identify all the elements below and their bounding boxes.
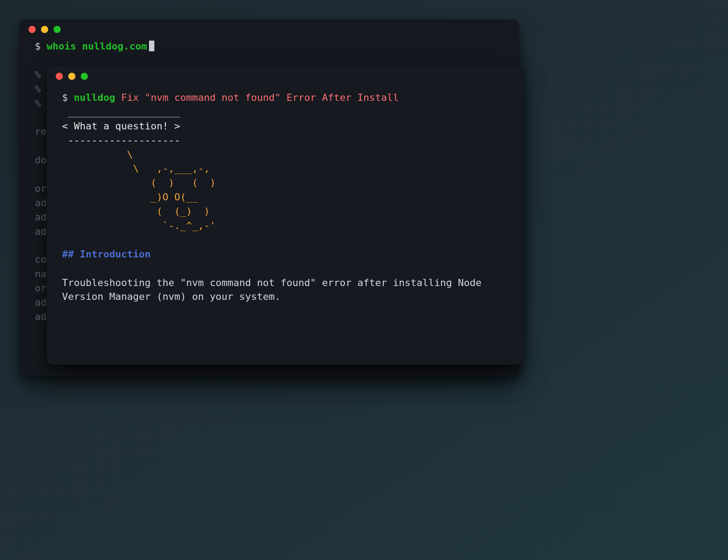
close-icon[interactable] (56, 73, 63, 80)
maximize-icon[interactable] (54, 26, 61, 33)
ascii-dog-icon: _)O O(__ (62, 191, 198, 203)
command-args: Fix "nvm command not found" Error After … (121, 92, 399, 103)
minimize-icon[interactable] (68, 73, 75, 80)
ascii-dog-icon: \ ,-,___,-, (62, 163, 210, 174)
ascii-dog-icon: `-._^_,-' (62, 220, 215, 231)
prompt-symbol: $ (62, 92, 68, 103)
titlebar-front[interactable] (47, 66, 523, 86)
titlebar-back[interactable] (20, 20, 519, 39)
ascii-dog-icon: \ (62, 149, 133, 160)
body-text: Troubleshooting the "nvm command not fou… (62, 277, 488, 303)
prompt-symbol: $ (35, 41, 41, 52)
ascii-dog-icon: ( ) ( ) (62, 177, 215, 188)
section-heading: ## Introduction (62, 249, 151, 260)
terminal-output-front: $ nulldog Fix "nvm command not found" Er… (47, 86, 523, 315)
cursor-icon (149, 41, 154, 51)
speech-text: < What a question! > (62, 120, 180, 132)
command-word: nulldog (74, 92, 116, 103)
speech-border-top: ___________________ (62, 106, 180, 117)
terminal-window-front: $ nulldog Fix "nvm command not found" Er… (47, 66, 523, 365)
speech-border-bottom: ------------------- (62, 135, 180, 146)
ascii-dog-icon: ( (_) ) (62, 206, 210, 217)
minimize-icon[interactable] (41, 26, 48, 33)
close-icon[interactable] (29, 26, 36, 33)
maximize-icon[interactable] (81, 73, 88, 80)
command-text: whois nulldog.com (47, 41, 147, 52)
